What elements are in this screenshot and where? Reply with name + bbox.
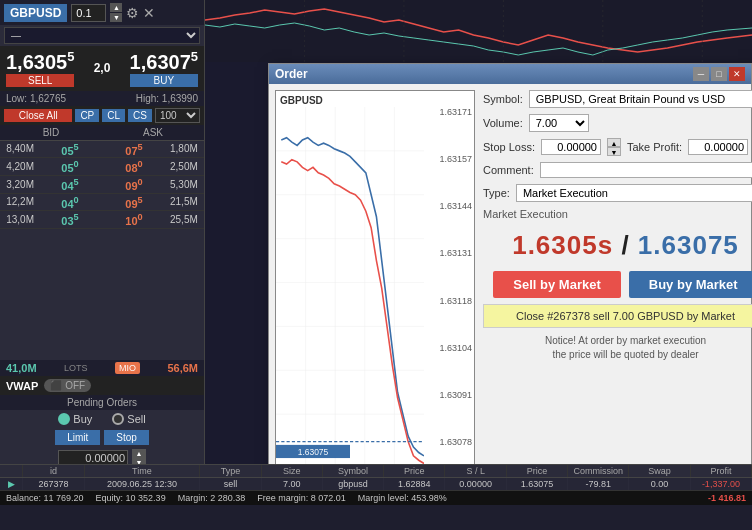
th-id: id: [23, 465, 84, 477]
ask-display: 1.63075: [638, 230, 739, 260]
balance-item: Balance: 11 769.20: [6, 493, 84, 503]
buy-label[interactable]: BUY: [130, 74, 198, 87]
size-select[interactable]: 100: [155, 108, 200, 123]
dialog-max-btn[interactable]: □: [711, 67, 727, 81]
comment-input[interactable]: [540, 162, 752, 178]
settings-icon[interactable]: ⚙: [126, 5, 139, 21]
spread-down-btn[interactable]: ▼: [110, 13, 122, 22]
dialog-min-btn[interactable]: ─: [693, 67, 709, 81]
buy-radio-item[interactable]: Buy: [58, 413, 92, 425]
spread-input[interactable]: [71, 4, 106, 22]
td-symbol: gbpusd: [323, 478, 384, 490]
th-icon: [0, 465, 23, 477]
close-panel-icon[interactable]: ✕: [143, 5, 155, 21]
table-row: ▶ 267378 2009.06.25 12:30 sell 7.00 gbpu…: [0, 478, 752, 491]
take-profit-input[interactable]: [688, 139, 748, 155]
dialog-chart: GBPUSD 1.63171 1.63157 1.63144 1.63131 1…: [275, 90, 475, 497]
buy-price: 1,63075 BUY: [130, 50, 198, 87]
symbol-name[interactable]: GBPUSD: [4, 4, 67, 22]
margin-item: Margin: 2 280.38: [178, 493, 246, 503]
sell-by-market-btn[interactable]: Sell by Market: [493, 271, 620, 298]
stop-loss-spin: ▲ ▼: [607, 138, 621, 156]
stop-loss-up-btn[interactable]: ▲: [607, 138, 621, 147]
dropdown-row: —: [0, 25, 204, 46]
cs-btn[interactable]: CS: [128, 109, 152, 122]
bid-ask-header: BID ASK: [0, 125, 204, 141]
td-commission: -79.81: [568, 478, 629, 490]
bottom-area: id Time Type Size Symbol Price S / L Pri…: [0, 464, 752, 530]
dialog-body: GBPUSD 1.63171 1.63157 1.63144 1.63131 1…: [269, 84, 751, 503]
dialog-close-btn[interactable]: ✕: [729, 67, 745, 81]
vol-ask-5: 25,5M: [166, 214, 204, 225]
bid-5: 035: [38, 212, 102, 227]
th-commission: Commission: [568, 465, 629, 477]
comment-label: Comment:: [483, 164, 534, 176]
lots-bid-total: 41,0M: [6, 362, 37, 374]
lots-row: 41,0M LOTS MIO 56,6M: [0, 360, 204, 376]
sell-label[interactable]: SELL: [6, 74, 74, 87]
sell-radio[interactable]: [112, 413, 124, 425]
bid-1: 055: [38, 142, 102, 157]
vol-bid-4: 12,2M: [0, 196, 38, 207]
th-time: Time: [85, 465, 201, 477]
type-select[interactable]: Market Execution: [516, 184, 752, 202]
ask-header: ASK: [102, 125, 204, 140]
symbol-form-select[interactable]: GBPUSD, Great Britain Pound vs USD: [529, 90, 752, 108]
volume-form-row: Volume: 7.00: [483, 114, 752, 132]
stop-loss-input[interactable]: [541, 139, 601, 155]
spread-value: 2,0: [94, 61, 111, 75]
close-all-btn[interactable]: Close All: [4, 109, 72, 122]
limit-stop-row: Limit Stop: [0, 428, 204, 447]
free-margin-item: Free margin: 8 072.01: [257, 493, 346, 503]
th-size: Size: [262, 465, 323, 477]
dialog-form: Symbol: GBPUSD, Great Britain Pound vs U…: [483, 90, 752, 497]
vwap-toggle[interactable]: ⬛ OFF: [44, 379, 91, 392]
stop-loss-down-btn[interactable]: ▼: [607, 147, 621, 156]
order-dialog: Order ─ □ ✕ GBPUSD 1.63171 1.63157 1.631…: [268, 63, 752, 508]
price-up-btn[interactable]: ▲: [132, 449, 146, 458]
vol-bid-1: 8,40M: [0, 143, 38, 154]
stop-loss-label: Stop Loss:: [483, 141, 535, 153]
total-balance: -1 416.81: [708, 493, 746, 503]
bid-3: 045: [38, 177, 102, 192]
td-icon: ▶: [0, 478, 23, 490]
type-form-row: Type: Market Execution: [483, 184, 752, 202]
ask-5: 100: [102, 212, 166, 227]
limit-btn[interactable]: Limit: [55, 430, 100, 445]
buy-by-market-btn[interactable]: Buy by Market: [629, 271, 752, 298]
lots-label: LOTS: [64, 363, 88, 373]
cp2-btn[interactable]: CL: [102, 109, 125, 122]
td-swap: 0.00: [629, 478, 690, 490]
volume-form-label: Volume:: [483, 117, 523, 129]
mio-badge: MIO: [115, 362, 140, 374]
sell-price: 1,63055 SELL: [6, 50, 74, 87]
buy-radio[interactable]: [58, 413, 70, 425]
cp1-btn[interactable]: CP: [75, 109, 99, 122]
high-label: High: 1,63990: [136, 93, 198, 104]
stop-btn[interactable]: Stop: [104, 430, 149, 445]
sell-radio-item[interactable]: Sell: [112, 413, 145, 425]
dialog-chart-svg: 1.63075 1.63055: [276, 107, 424, 480]
td-type: sell: [200, 478, 261, 490]
bid-2: 050: [38, 159, 102, 174]
chart-prices: 1.63171 1.63157 1.63144 1.63131 1.63118 …: [439, 91, 472, 496]
price-row: 1,63055 SELL 2,0 1,63075 BUY: [0, 46, 204, 91]
ask-4: 095: [102, 195, 166, 210]
ask-2: 080: [102, 159, 166, 174]
account-select[interactable]: —: [4, 27, 200, 44]
vol-bid-5: 13,0M: [0, 214, 38, 225]
ask-3: 090: [102, 177, 166, 192]
left-panel: GBPUSD ▲ ▼ ⚙ ✕ — 1,63055 SELL 2,0 1,6307…: [0, 0, 205, 510]
th-type: Type: [200, 465, 261, 477]
bid-header: BID: [0, 125, 102, 140]
td-sl: 0.00000: [445, 478, 506, 490]
spread-up-btn[interactable]: ▲: [110, 3, 122, 12]
order-row: 12,2M 040 095 21,5M: [0, 194, 204, 212]
bid-ask-display: 1.6305s / 1.63075: [483, 226, 752, 265]
margin-level-item: Margin level: 453.98%: [358, 493, 447, 503]
spread-arrows: ▲ ▼: [110, 3, 122, 22]
volume-select[interactable]: 7.00: [529, 114, 589, 132]
order-row: 4,20M 050 080 2,50M: [0, 158, 204, 176]
close-order-btn[interactable]: Close #267378 sell 7.00 GBPUSD by Market: [483, 304, 752, 328]
td-price1: 1.62884: [384, 478, 445, 490]
